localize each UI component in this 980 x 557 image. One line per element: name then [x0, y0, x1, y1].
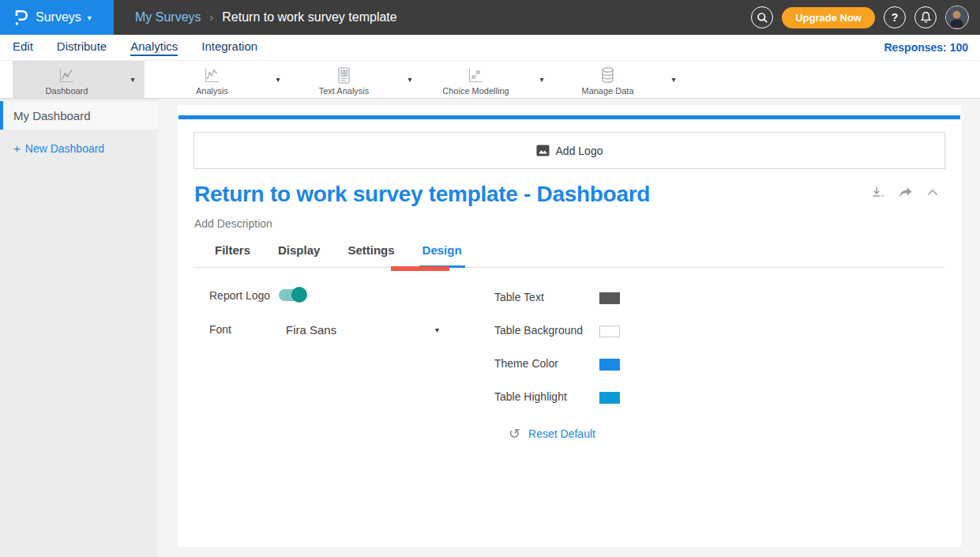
responses-count[interactable]: Responses: 100: [884, 41, 968, 54]
table-text-label: Table Text: [494, 291, 544, 303]
download-button[interactable]: [870, 185, 884, 199]
dashboard-sidebar: My Dashboard + New Dashboard: [0, 99, 158, 557]
toolbar-item-choice-modelling[interactable]: Choice Modelling: [422, 61, 530, 98]
line-chart-icon: [202, 66, 222, 85]
add-logo-label: Add Logo: [556, 145, 603, 157]
toolbar-item-label: Manage Data: [581, 86, 633, 96]
font-select-value: Fira Sans: [286, 323, 336, 337]
title-actions: [870, 185, 939, 199]
document-grid-icon: [334, 66, 354, 85]
toolbar-group-text-analysis: Text Analysis ▾: [290, 61, 422, 98]
chevron-down-icon: ▾: [435, 326, 439, 334]
scatter-chart-icon: [466, 66, 486, 85]
sidebar-item-label: My Dashboard: [13, 109, 91, 122]
table-background-label: Table Background: [494, 324, 583, 337]
table-highlight-swatch[interactable]: [599, 392, 620, 404]
add-description-field[interactable]: Add Description: [194, 217, 272, 230]
theme-color-swatch[interactable]: [599, 359, 620, 371]
image-icon: [536, 145, 550, 156]
toolbar-group-analysis: Analysis ▾: [158, 61, 290, 98]
settings-tabs: Filters Display Settings Design: [194, 243, 944, 268]
chevron-down-icon: ▾: [88, 13, 92, 22]
toolbar-item-dashboard[interactable]: Dashboard: [13, 61, 121, 98]
tab-settings[interactable]: Settings: [347, 243, 394, 267]
theme-color-bar: [178, 115, 960, 119]
design-tab-highlight-annotation: [391, 266, 449, 271]
toolbar-item-manage-data[interactable]: Manage Data: [554, 61, 662, 98]
search-button[interactable]: [751, 6, 773, 28]
database-icon: [598, 66, 618, 85]
toolbar-group-manage-data: Manage Data ▾: [554, 61, 685, 98]
topbar: Surveys ▾ My Surveys › Return to work su…: [0, 0, 980, 35]
questionpro-logo-icon: [13, 9, 28, 26]
tab-design[interactable]: Design: [422, 243, 462, 267]
topbar-actions: Upgrade Now ?: [751, 0, 969, 35]
breadcrumb-current: Return to work survey template: [222, 10, 396, 24]
toggle-knob: [291, 287, 307, 303]
body: My Dashboard + New Dashboard Add Logo Re…: [0, 99, 980, 557]
reset-icon: ↺: [509, 427, 520, 441]
tab-display[interactable]: Display: [278, 243, 320, 267]
reset-default-label: Reset Default: [528, 427, 595, 440]
breadcrumb-separator: ›: [210, 11, 214, 24]
chevron-down-icon[interactable]: ▾: [530, 61, 554, 98]
dashboard-card: Add Logo Return to work survey template …: [178, 105, 961, 547]
breadcrumb-my-surveys[interactable]: My Surveys: [135, 10, 201, 24]
toolbar-item-label: Choice Modelling: [442, 86, 509, 96]
theme-color-label: Theme Color: [494, 357, 558, 370]
toolbar-item-label: Dashboard: [46, 86, 88, 96]
new-dashboard-label: New Dashboard: [25, 142, 104, 155]
table-text-swatch[interactable]: [599, 292, 620, 304]
app-root: Surveys ▾ My Surveys › Return to work su…: [0, 0, 980, 557]
nav-item-integration[interactable]: Integration: [201, 40, 257, 56]
bell-icon: [920, 11, 932, 24]
chevron-down-icon[interactable]: ▾: [121, 61, 145, 98]
table-background-swatch[interactable]: [599, 326, 620, 337]
chevron-down-icon[interactable]: ▾: [266, 61, 290, 98]
report-logo-toggle[interactable]: [279, 289, 306, 301]
line-chart-icon: [57, 66, 77, 85]
chevron-down-icon[interactable]: ▾: [662, 61, 685, 98]
nav-item-edit[interactable]: Edit: [13, 40, 33, 56]
brand-menu[interactable]: Surveys ▾: [0, 0, 114, 35]
toolbar-group-dashboard: Dashboard ▾: [13, 61, 145, 98]
reset-default-button[interactable]: ↺ Reset Default: [509, 427, 595, 441]
notifications-button[interactable]: [914, 6, 937, 28]
toolbar-item-label: Analysis: [196, 86, 228, 96]
download-icon: [870, 185, 884, 199]
dashboard-title[interactable]: Return to work survey template - Dashboa…: [194, 182, 650, 207]
upgrade-now-button[interactable]: Upgrade Now: [782, 7, 875, 28]
nav-item-distribute[interactable]: Distribute: [57, 40, 107, 56]
chevron-up-icon: [926, 187, 939, 197]
new-dashboard-button[interactable]: + New Dashboard: [0, 141, 158, 155]
report-logo-label: Report Logo: [209, 289, 270, 302]
avatar-photo: [946, 6, 967, 28]
share-arrow-icon: [898, 186, 913, 199]
toolbar-group-choice-modelling: Choice Modelling ▾: [422, 61, 554, 98]
help-button[interactable]: ?: [884, 6, 906, 28]
share-button[interactable]: [898, 186, 913, 199]
analytics-toolbar: Dashboard ▾ Analysis ▾: [0, 61, 980, 99]
breadcrumb: My Surveys › Return to work survey templ…: [135, 10, 397, 24]
chevron-down-icon[interactable]: ▾: [398, 61, 422, 98]
brand-label: Surveys: [36, 10, 81, 24]
toolbar-item-label: Text Analysis: [319, 86, 370, 96]
font-select[interactable]: Fira Sans ▾: [286, 323, 439, 337]
font-label: Font: [209, 323, 231, 336]
collapse-button[interactable]: [926, 187, 939, 197]
add-logo-dropzone[interactable]: Add Logo: [193, 132, 945, 169]
tab-filters[interactable]: Filters: [215, 243, 250, 267]
survey-nav: Edit Distribute Analytics Integration Re…: [0, 35, 980, 61]
toolbar-item-text-analysis[interactable]: Text Analysis: [290, 61, 398, 98]
toolbar-item-analysis[interactable]: Analysis: [158, 61, 266, 98]
plus-icon: +: [13, 141, 21, 155]
search-icon: [757, 12, 768, 24]
table-highlight-label: Table Highlight: [494, 390, 567, 403]
user-avatar[interactable]: [945, 6, 969, 29]
nav-item-analytics[interactable]: Analytics: [130, 40, 178, 56]
sidebar-item-my-dashboard[interactable]: My Dashboard: [0, 101, 158, 130]
